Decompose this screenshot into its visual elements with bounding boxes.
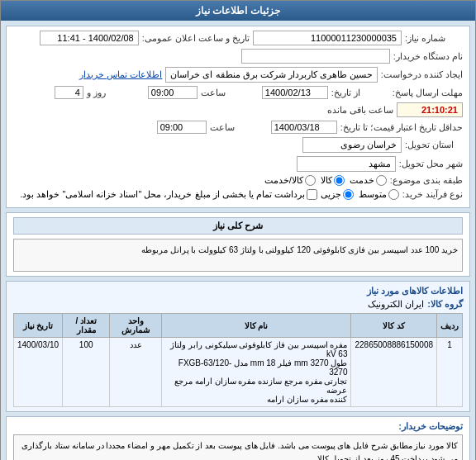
goods-title: اطلاعات کالاهای مورد نیاز	[13, 286, 463, 296]
days-remaining-value[interactable]	[55, 86, 83, 99]
group-label: گروه کالا:	[427, 299, 463, 310]
table-row: 1 22865008886150008 مفره اسپیسر بین فاز …	[14, 338, 463, 407]
col-code: کد کالا	[351, 314, 437, 338]
delivery-city-label: شهر محل تحویل:	[399, 159, 463, 169]
contract-label: نوع فرآیند خرید:	[402, 189, 463, 200]
goods-table: ردیف کد کالا نام کالا واحد شمارش تعداد /…	[13, 313, 463, 407]
contract-option-2: متوسط	[359, 189, 399, 200]
requester-label: نام دستگاه خریدار:	[393, 51, 463, 62]
type-option-goods-label: کالا	[321, 175, 332, 186]
date-value: 1400/02/08 - 11:41	[40, 31, 139, 45]
row-contract: نوع فرآیند خرید: متوسط جزیی برداشت تمام …	[13, 189, 463, 200]
deadline-from-time[interactable]	[148, 86, 198, 99]
requester-value	[241, 49, 390, 64]
contract-note-text: برداشت تمام یا بخشی از مبلغ خریدار، محل …	[20, 189, 305, 200]
notes-title: توضیحات خریدار:	[13, 421, 463, 432]
cell-quantity: 100	[63, 338, 110, 407]
cell-code: 22865008886150008	[351, 338, 437, 407]
contract-radio-medium[interactable]	[388, 189, 399, 200]
description-text: خرید 100 عدد اسپیسر بین فازی کابلوفوئی 1…	[13, 239, 463, 272]
col-quantity: تعداد / مقدار	[63, 314, 110, 338]
need-number-label: شماره نیاز:	[405, 33, 463, 44]
time-remaining-value: 21:10:21	[397, 102, 463, 117]
col-name: نام کالا	[161, 314, 351, 338]
contract-radio-group: متوسط جزیی	[321, 189, 399, 200]
cell-row: 1	[437, 338, 463, 407]
type-radio-both[interactable]	[305, 175, 316, 186]
deadline-label: مهلت ارسال پاسخ:	[393, 88, 463, 98]
col-date: تاریخ نیاز	[14, 314, 63, 338]
type-option-both-label: کالا/خدمت	[264, 175, 303, 186]
type-label: طبقه بندی موضوع:	[390, 175, 463, 186]
row-city: شهر محل تحویل: مشهد	[13, 156, 463, 172]
cell-name: مفره اسپیسر بین فاز کابلوفوئی سیلیکونی ر…	[161, 338, 351, 407]
cell-unit: عدد	[110, 338, 161, 407]
contract-radio-small[interactable]	[343, 189, 354, 200]
goods-section: اطلاعات کالاهای مورد نیاز گروه کالا: ایر…	[6, 281, 470, 412]
contract-option-small-label: جزیی	[321, 189, 341, 200]
type-option-3: خدمت	[350, 175, 387, 186]
row-deadline-from: مهلت ارسال پاسخ: از تاریخ: ساعت روز و 21…	[13, 86, 463, 117]
max-date-label: حداقل تاریخ اعتبار قیمت؛ تا تاریخ:	[340, 122, 463, 133]
main-window: جزئیات اطلاعات نیاز شماره نیاز: 11000011…	[0, 0, 476, 460]
contract-option-1: جزیی	[321, 189, 354, 200]
delivery-province-label: استان تحویل:	[405, 140, 463, 150]
row-requester: نام دستگاه خریدار:	[13, 49, 463, 64]
date-label: تاریخ و ساعت اعلان عمومی:	[142, 33, 250, 44]
col-unit: واحد شمارش	[110, 314, 161, 338]
row-creator: ایجاد کننده درخواست: حسین طاهری کاربردار…	[13, 67, 463, 83]
window-title: جزئیات اطلاعات نیاز	[196, 5, 280, 17]
row-province: استان تحویل: خراسان رضوی	[13, 137, 463, 153]
notes-section: توضیحات خریدار: کالا مورد نیاز مطابق شرح…	[6, 416, 470, 460]
contact-link[interactable]: اطلاعات تماس خریدار	[79, 69, 162, 80]
col-row: ردیف	[437, 314, 463, 338]
cell-date: 1400/03/10	[14, 338, 63, 407]
type-option-1: کالا/خدمت	[264, 175, 316, 186]
need-number-value: 11000011230000035	[253, 31, 402, 45]
row-max-date: حداقل تاریخ اعتبار قیمت؛ تا تاریخ: ساعت	[13, 121, 463, 134]
content-area: شماره نیاز: 11000011230000035 تاریخ و سا…	[1, 21, 475, 460]
type-radio-group: خدمت کالا کالا/خدمت	[264, 175, 387, 186]
row-need-number: شماره نیاز: 11000011230000035 تاریخ و سا…	[13, 31, 463, 45]
deadline-from-date[interactable]	[262, 86, 328, 99]
creator-value: حسین طاهری کاربردار شرکت برق منطقه ای خر…	[165, 67, 377, 83]
max-time-label: ساعت	[210, 122, 268, 133]
description-section: شرح کلی نیاز خرید 100 عدد اسپیسر بین فاز…	[6, 212, 470, 277]
type-radio-goods[interactable]	[334, 175, 345, 186]
title-bar: جزئیات اطلاعات نیاز	[1, 1, 475, 21]
type-option-service-label: خدمت	[350, 175, 374, 186]
deadline-from-label: از تاریخ:	[331, 88, 389, 98]
contract-note-checkbox[interactable]	[307, 189, 317, 200]
contract-option-medium-label: متوسط	[359, 189, 387, 200]
delivery-province-value: خراسان رضوی	[302, 137, 402, 153]
contract-note-check: برداشت تمام یا بخشی از مبلغ خریدار، محل …	[20, 189, 317, 200]
header-section: شماره نیاز: 11000011230000035 تاریخ و سا…	[6, 26, 470, 208]
group-value: ایران الکترونیک	[368, 299, 424, 310]
delivery-city-value: مشهد	[297, 156, 396, 172]
type-option-2: کالا	[321, 175, 345, 186]
time-remaining-label: ساعت باقی مانده	[327, 105, 393, 116]
table-header-row: ردیف کد کالا نام کالا واحد شمارش تعداد /…	[14, 314, 463, 338]
group-row: گروه کالا: ایران الکترونیک	[13, 299, 463, 310]
notes-text: کالا مورد نیاز مطابق شرح فایل های پیوست …	[13, 434, 463, 460]
days-remaining-label: روز و	[87, 88, 145, 98]
max-time-value[interactable]	[157, 121, 207, 134]
deadline-from-time-label: ساعت	[201, 88, 259, 98]
description-title: شرح کلی نیاز	[13, 217, 463, 235]
type-radio-service[interactable]	[376, 175, 387, 186]
row-type: طبقه بندی موضوع: خدمت کالا کالا/خدمت	[13, 175, 463, 186]
creator-label: ایجاد کننده درخواست:	[381, 69, 463, 80]
max-date-value[interactable]	[271, 121, 337, 134]
